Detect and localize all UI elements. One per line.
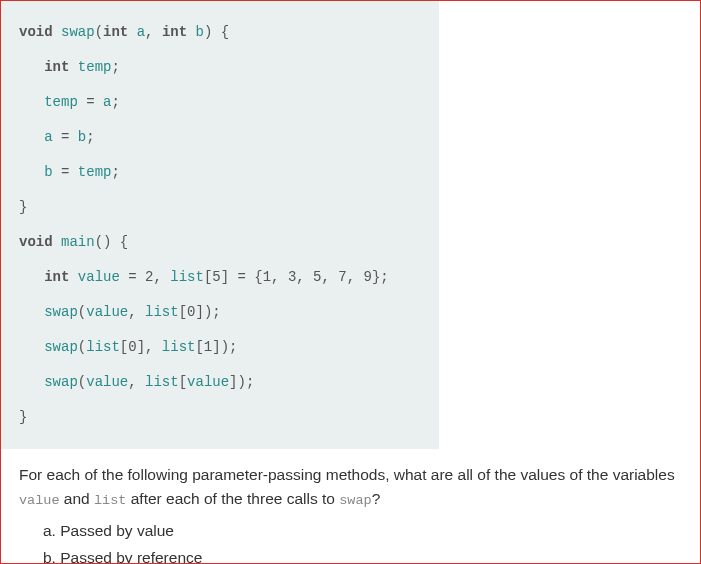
identifier: swap: [44, 339, 78, 355]
punct: [0],: [120, 339, 162, 355]
question-part: after each of the three calls to: [126, 490, 339, 507]
punct: (: [78, 339, 86, 355]
keyword: int: [103, 24, 128, 40]
keyword: int: [44, 269, 69, 285]
code-line-7: void main() {: [19, 225, 421, 260]
identifier: value: [86, 304, 128, 320]
identifier: b: [196, 24, 204, 40]
code-line-8: int value = 2, list[5] = {1, 3, 5, 7, 9}…: [19, 260, 421, 295]
identifier: main: [61, 234, 95, 250]
question-text: For each of the following parameter-pass…: [1, 449, 700, 512]
identifier: temp: [78, 164, 112, 180]
punct: ;: [111, 94, 119, 110]
identifier: list: [145, 304, 179, 320]
keyword: void: [19, 234, 53, 250]
identifier: list: [170, 269, 204, 285]
code-block: void swap(int a, int b) { int temp; temp…: [1, 1, 439, 449]
identifier: swap: [61, 24, 95, 40]
code-line-6: }: [19, 190, 421, 225]
inline-code: value: [19, 493, 60, 508]
punct: () {: [95, 234, 129, 250]
punct: ;: [111, 59, 119, 75]
options-list: a. Passed by value b. Passed by referenc…: [1, 512, 700, 564]
punct: ;: [86, 129, 94, 145]
code-line-11: swap(value, list[value]);: [19, 365, 421, 400]
punct: ,: [128, 304, 145, 320]
identifier: list: [86, 339, 120, 355]
identifier: swap: [44, 374, 78, 390]
punct: (: [78, 374, 86, 390]
code-line-4: a = b;: [19, 120, 421, 155]
question-part: For each of the following parameter-pass…: [19, 466, 675, 483]
inline-code: swap: [339, 493, 371, 508]
punct: =: [78, 94, 103, 110]
identifier: b: [78, 129, 86, 145]
option-a: a. Passed by value: [43, 518, 682, 545]
option-b: b. Passed by reference: [43, 545, 682, 564]
punct: ;: [111, 164, 119, 180]
identifier: list: [145, 374, 179, 390]
question-part: ?: [372, 490, 381, 507]
keyword: void: [19, 24, 53, 40]
identifier: value: [187, 374, 229, 390]
punct: ) {: [204, 24, 229, 40]
code-line-10: swap(list[0], list[1]);: [19, 330, 421, 365]
identifier: a: [44, 129, 52, 145]
punct: [1]);: [195, 339, 237, 355]
identifier: swap: [44, 304, 78, 320]
identifier: temp: [44, 94, 78, 110]
punct: (: [95, 24, 103, 40]
punct: (: [78, 304, 86, 320]
keyword: int: [162, 24, 187, 40]
identifier: temp: [78, 59, 112, 75]
punct: }: [19, 409, 27, 425]
keyword: int: [44, 59, 69, 75]
punct: ]);: [229, 374, 254, 390]
question-part: and: [60, 490, 94, 507]
identifier: list: [162, 339, 196, 355]
identifier: b: [44, 164, 52, 180]
punct: [: [179, 374, 187, 390]
inline-code: list: [94, 493, 126, 508]
code-line-2: int temp;: [19, 50, 421, 85]
punct: }: [19, 199, 27, 215]
code-line-3: temp = a;: [19, 85, 421, 120]
code-line-12: }: [19, 400, 421, 435]
identifier: value: [86, 374, 128, 390]
punct: [5] = {1, 3, 5, 7, 9};: [204, 269, 389, 285]
code-line-5: b = temp;: [19, 155, 421, 190]
punct: ,: [145, 24, 162, 40]
punct: = 2,: [120, 269, 170, 285]
punct: =: [53, 129, 78, 145]
code-line-9: swap(value, list[0]);: [19, 295, 421, 330]
identifier: a: [137, 24, 145, 40]
identifier: value: [78, 269, 120, 285]
punct: =: [53, 164, 78, 180]
punct: ,: [128, 374, 145, 390]
code-line-1: void swap(int a, int b) {: [19, 15, 421, 50]
punct: [0]);: [179, 304, 221, 320]
